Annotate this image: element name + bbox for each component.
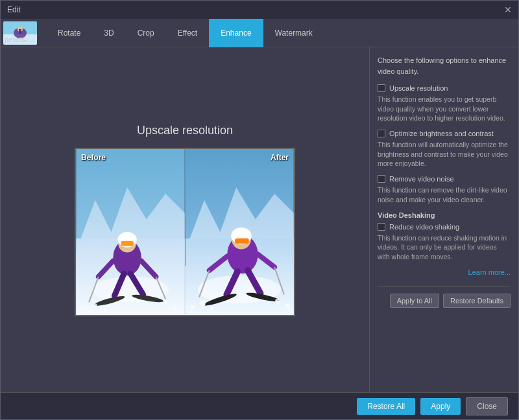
tab-watermark[interactable]: Watermark <box>263 19 324 47</box>
restore-all-button[interactable]: Restore All <box>357 398 415 415</box>
window-title: Edit <box>7 5 21 14</box>
preview-before: Before <box>76 149 185 315</box>
after-image <box>185 149 294 315</box>
svg-rect-4 <box>19 29 21 34</box>
preview-comparison: Before <box>75 148 295 316</box>
edit-window: Edit ✕ pexels-nang-... Rotate 3D Crop Ef… <box>0 0 519 420</box>
navigation-tabs: Rotate 3D Crop Effect Enhance Watermark <box>46 19 324 47</box>
svg-point-47 <box>189 310 191 313</box>
brightness-desc: This function will automatically optimiz… <box>378 140 511 169</box>
right-panel: Choose the following options to enhance … <box>369 47 518 392</box>
deshake-label[interactable]: Reduce video shaking <box>389 223 459 231</box>
upscale-label[interactable]: Upscale resolution <box>389 84 448 92</box>
tab-bar: pexels-nang-... Rotate 3D Crop Effect En… <box>1 19 518 47</box>
panel-description: Choose the following options to enhance … <box>378 55 511 76</box>
upscale-option-row: Upscale resolution <box>378 84 511 92</box>
noise-desc: This function can remove the dirt-like v… <box>378 185 511 204</box>
close-bottom-button[interactable]: Close <box>466 397 508 415</box>
noise-option-row: Remove video noise <box>378 175 511 183</box>
svg-rect-12 <box>121 240 134 246</box>
deshake-desc: This function can reduce shaking motion … <box>378 233 511 262</box>
noise-checkbox[interactable] <box>378 175 385 183</box>
upscale-checkbox[interactable] <box>378 84 385 92</box>
preview-title: Upscale resolution <box>137 124 233 137</box>
noise-label[interactable]: Remove video noise <box>389 175 454 183</box>
svg-point-43 <box>191 305 195 309</box>
tab-rotate[interactable]: Rotate <box>46 19 92 47</box>
apply-to-all-button[interactable]: Apply to All <box>390 294 439 308</box>
tab-effect[interactable]: Effect <box>166 19 209 47</box>
deshake-checkbox[interactable] <box>378 223 385 231</box>
svg-point-25 <box>174 306 176 309</box>
after-label: After <box>271 153 289 162</box>
panel-actions: Apply to All Restore Defaults <box>378 286 511 308</box>
svg-point-23 <box>104 309 106 311</box>
deshake-option-row: Reduce video shaking <box>378 223 511 231</box>
restore-defaults-button[interactable]: Restore Defaults <box>443 294 511 308</box>
svg-point-45 <box>275 298 280 303</box>
preview-after: After <box>185 149 294 315</box>
brightness-checkbox[interactable] <box>378 130 385 137</box>
svg-point-46 <box>285 303 289 307</box>
svg-point-44 <box>210 307 214 310</box>
comparison-divider <box>185 149 186 266</box>
file-name-label: pexels-nang-... <box>5 36 36 43</box>
tab-enhance[interactable]: Enhance <box>209 19 263 47</box>
tab-3d[interactable]: 3D <box>92 19 125 47</box>
file-thumbnail[interactable]: pexels-nang-... <box>3 21 37 45</box>
svg-point-42 <box>200 301 206 306</box>
preview-area: Upscale resolution Before <box>1 47 369 392</box>
learn-more-link[interactable]: Learn more... <box>378 268 511 276</box>
title-bar: Edit ✕ <box>1 1 518 19</box>
content-area: Upscale resolution Before <box>1 47 518 392</box>
svg-point-48 <box>287 309 290 311</box>
apply-button[interactable]: Apply <box>420 398 461 415</box>
brightness-label[interactable]: Optimize brightness and contrast <box>389 130 494 137</box>
svg-point-22 <box>84 307 87 310</box>
svg-rect-33 <box>235 238 249 243</box>
bottom-bar: Restore All Apply Close <box>1 392 518 419</box>
svg-point-21 <box>93 303 97 307</box>
upscale-desc: This function enables you to get superb … <box>378 95 511 123</box>
before-label: Before <box>81 153 106 162</box>
close-button[interactable]: ✕ <box>504 5 512 14</box>
brightness-option-row: Optimize brightness and contrast <box>378 130 511 137</box>
tab-crop[interactable]: Crop <box>126 19 166 47</box>
svg-point-24 <box>163 300 167 304</box>
before-image <box>76 149 185 315</box>
deshaking-section-title: Video Deshaking <box>378 211 511 219</box>
